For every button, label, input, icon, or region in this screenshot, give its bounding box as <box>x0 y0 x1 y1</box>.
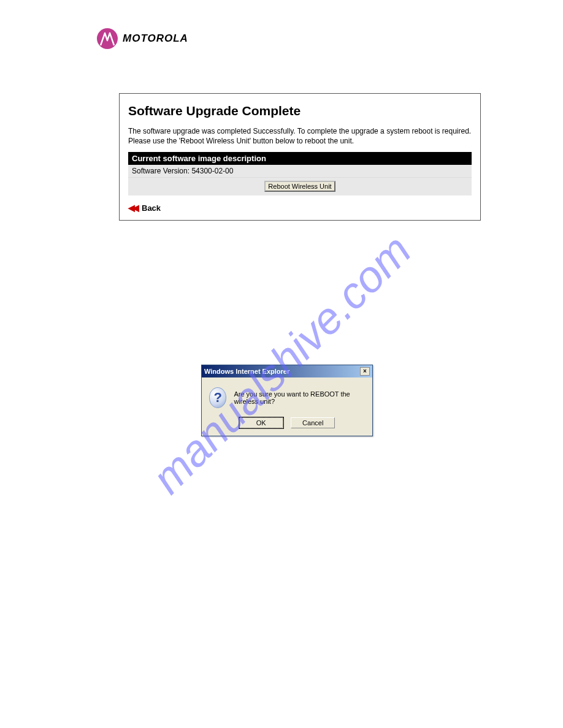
version-value: 54300-02-00 <box>191 167 233 175</box>
watermark-text: manualshive.com <box>142 225 421 503</box>
back-arrow-icon: ◀◀ <box>128 203 137 213</box>
close-icon[interactable]: × <box>360 367 370 376</box>
panel-description: The software upgrade was completed Succe… <box>128 127 472 146</box>
motorola-icon <box>97 28 118 49</box>
brand-name: MOTOROLA <box>123 32 188 45</box>
dialog-buttons: OK Cancel <box>202 414 372 436</box>
ok-button[interactable]: OK <box>239 417 283 428</box>
panel-title: Software Upgrade Complete <box>128 104 472 118</box>
reboot-button[interactable]: Reboot Wireless Unit <box>264 181 335 192</box>
cancel-button[interactable]: Cancel <box>291 417 335 428</box>
back-label: Back <box>142 203 161 213</box>
dialog-title-text: Windows Internet Explorer <box>204 368 289 375</box>
dialog-titlebar: Windows Internet Explorer × <box>202 365 372 377</box>
question-icon: ? <box>209 387 226 408</box>
version-label: Software Version: <box>132 167 190 175</box>
confirm-dialog: Windows Internet Explorer × ? Are you su… <box>201 365 373 436</box>
button-row: Reboot Wireless Unit <box>128 178 472 195</box>
section-header: Current software image description <box>128 152 472 165</box>
software-version-row: Software Version: 54300-02-00 <box>128 165 472 178</box>
back-link[interactable]: ◀◀ Back <box>128 203 161 213</box>
brand-logo: MOTOROLA <box>97 28 188 49</box>
dialog-message: Are you sure you want to REBOOT the wire… <box>234 390 365 405</box>
upgrade-panel: Software Upgrade Complete The software u… <box>119 93 481 221</box>
